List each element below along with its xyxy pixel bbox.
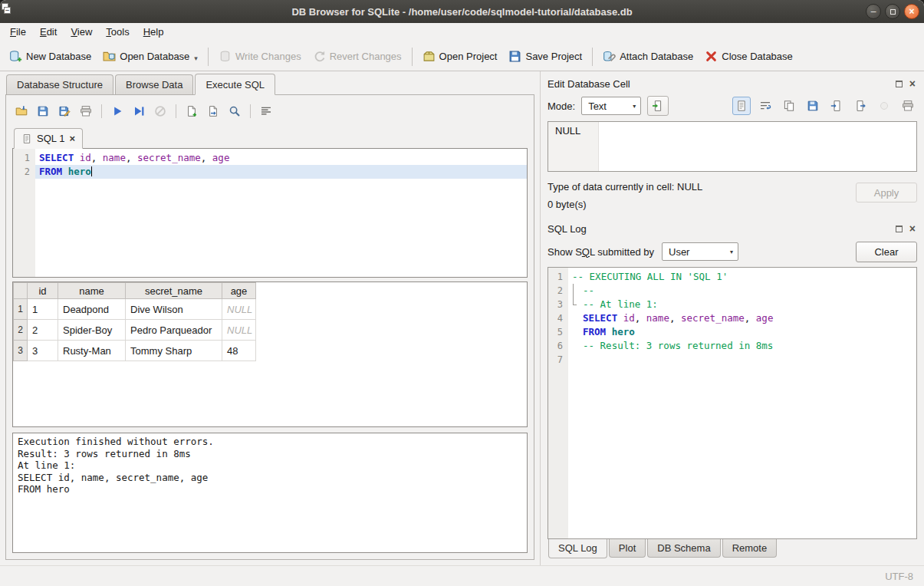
titlebar[interactable]: DB Browser for SQLite - /home/user/code/… [0, 0, 924, 23]
text-mode-button[interactable] [732, 97, 751, 115]
toolbar-new-database[interactable]: New Database [4, 46, 97, 67]
table-cell[interactable]: Rusty-Man [58, 341, 126, 361]
cell-info-row: Type of data currently in cell: NULL 0 b… [547, 181, 917, 210]
sql-editor[interactable]: 1SELECT id, name, secret_name, age2FROM … [12, 149, 528, 278]
edit-cell-close-icon[interactable]: × [909, 81, 916, 87]
cell-editor[interactable]: NULL [547, 121, 917, 172]
table-cell[interactable]: NULL [222, 299, 256, 320]
menu-view[interactable]: View [64, 23, 99, 42]
table-cell[interactable]: NULL [222, 320, 256, 341]
tab-db-schema[interactable]: DB Schema [647, 539, 720, 558]
minimize-button-icon[interactable]: – [866, 4, 881, 19]
sql-log-editor[interactable]: 1−-- EXECUTING ALL IN 'SQL 1'2--3-- At l… [547, 267, 917, 539]
column-header-secret-name[interactable]: secret_name [126, 283, 222, 299]
column-header-age[interactable]: age [222, 283, 256, 299]
toolbar-separator [250, 104, 251, 118]
table-cell[interactable]: Tommy Sharp [126, 341, 222, 361]
attach-database-icon [603, 50, 616, 63]
toolbar-close-database[interactable]: Close Database [699, 46, 798, 67]
print-cell-button[interactable] [899, 97, 917, 115]
new-sql-tab-button[interactable] [182, 102, 201, 120]
tab-sql-log[interactable]: SQL Log [548, 539, 607, 558]
import-from-file-button[interactable] [647, 96, 669, 116]
execute-current-line-button[interactable] [130, 102, 148, 120]
sql-log-dock-header: SQL Log × [547, 220, 917, 237]
sql-find-icon [229, 105, 241, 117]
toolbar-separator [176, 104, 176, 118]
row-number[interactable]: 1 [14, 299, 28, 320]
sql-save-as-icon [58, 105, 71, 117]
table-cell[interactable]: 2 [28, 320, 58, 341]
format-sql-button[interactable] [257, 102, 275, 120]
edit-cell-dock-header: Edit Database Cell × [547, 75, 917, 92]
line-number: 3 [548, 298, 568, 311]
toolbar-label: Attach Database [620, 51, 693, 62]
mode-select[interactable]: Text ▾ [581, 97, 641, 115]
tab-browse-data[interactable]: Browse Data [115, 74, 193, 94]
encoding-indicator[interactable]: UTF-8 [885, 571, 913, 582]
toolbar-open-database[interactable]: Open Database▾ [97, 46, 203, 67]
code-text: FROM hero [35, 165, 527, 179]
table-cell[interactable]: Dive Wilson [126, 299, 222, 320]
menu-edit[interactable]: Edit [33, 23, 64, 42]
stop-execution-button [151, 102, 169, 120]
import-cell-button[interactable] [827, 97, 846, 115]
row-number[interactable]: 3 [14, 341, 28, 361]
dropdown-caret-icon[interactable]: ▾ [194, 54, 198, 63]
dock-icons: × [896, 226, 917, 232]
toolbar-save-project[interactable]: Save Project [503, 46, 587, 67]
results-corner-cell [14, 283, 28, 299]
set-null-button [875, 97, 893, 115]
close-window-button-icon[interactable]: × [904, 4, 919, 19]
filter-label: Show SQL submitted by [547, 246, 654, 258]
toolbar-attach-database[interactable]: Attach Database [597, 46, 699, 67]
toolbar-open-project[interactable]: Open Project [417, 46, 503, 67]
close-tab-icon[interactable]: × [69, 135, 75, 143]
execute-all-button[interactable] [108, 102, 127, 120]
statusbar: UTF-8 [0, 565, 924, 586]
toolbar-label: Open Project [439, 51, 498, 62]
code-line: 2-- [548, 284, 916, 298]
sql-log-float-icon[interactable] [896, 226, 903, 232]
word-wrap-button[interactable] [756, 97, 774, 115]
new-database-icon [9, 50, 22, 63]
save-sql-file-as-button[interactable] [55, 102, 74, 120]
open-sql-file-button[interactable] [12, 102, 31, 120]
sql-print-icon [80, 105, 92, 117]
code-line: 2FROM hero [13, 165, 527, 179]
menu-tools[interactable]: Tools [99, 23, 136, 42]
table-cell[interactable]: Deadpond [58, 299, 126, 320]
clear-button[interactable]: Clear [856, 242, 917, 262]
find-replace-button[interactable] [225, 102, 244, 120]
export-cell-button[interactable] [851, 97, 870, 115]
edit-cell-float-icon[interactable] [896, 81, 903, 87]
save-sql-file-button[interactable] [34, 102, 52, 120]
sql-new-tab-icon [186, 105, 198, 117]
tab-plot[interactable]: Plot [609, 539, 646, 558]
results-area: idnamesecret_nameage11DeadpondDive Wilso… [12, 281, 528, 427]
copy-cell-button[interactable] [780, 97, 798, 115]
print-sql-button[interactable] [77, 102, 95, 120]
table-cell[interactable]: Pedro Parqueador [126, 320, 222, 341]
table-cell[interactable]: 3 [28, 341, 58, 361]
column-header-id[interactable]: id [28, 283, 58, 299]
execution-message: Execution finished without errors. Resul… [12, 433, 528, 553]
maximize-button-icon[interactable] [885, 4, 900, 19]
table-cell[interactable]: 1 [28, 299, 58, 320]
tab-execute-sql[interactable]: Execute SQL [195, 74, 275, 95]
submitted-by-select[interactable]: User ▾ [662, 242, 738, 261]
tab-remote[interactable]: Remote [722, 539, 778, 558]
results-header-row: idnamesecret_nameage [14, 283, 256, 299]
sql-log-close-icon[interactable]: × [909, 226, 916, 232]
tab-database-structure[interactable]: Database Structure [6, 74, 113, 94]
save-cell-button[interactable] [804, 97, 822, 115]
table-cell[interactable]: 48 [222, 341, 256, 361]
table-cell[interactable]: Spider-Boy [58, 320, 126, 341]
row-number[interactable]: 2 [14, 320, 28, 341]
column-header-name[interactable]: name [58, 283, 126, 299]
menu-help[interactable]: Help [136, 23, 171, 42]
menu-file[interactable]: File [3, 23, 33, 42]
cell-editor-area[interactable] [599, 122, 916, 171]
open-sql-in-tab-button[interactable] [204, 102, 222, 120]
tab-sql-1[interactable]: SQL 1 × [14, 128, 83, 149]
